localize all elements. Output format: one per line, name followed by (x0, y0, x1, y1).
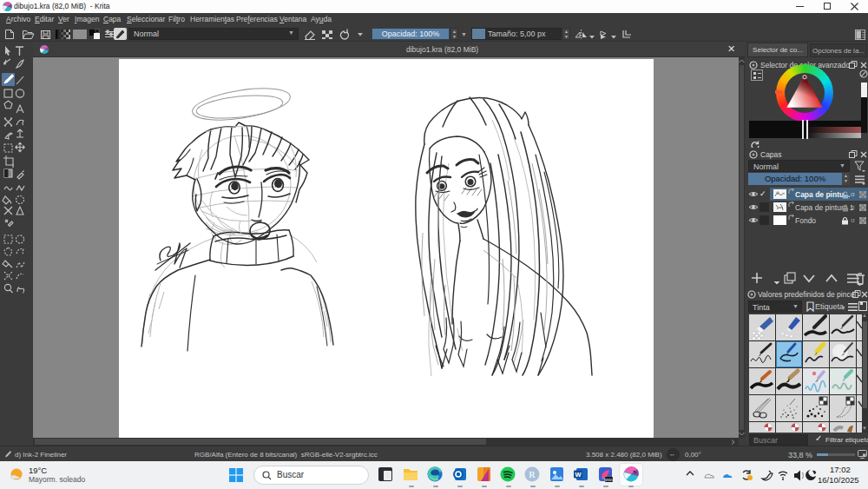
svg-text:W: W (575, 471, 582, 479)
svg-text:R: R (529, 469, 536, 479)
svg-text:M365: M365 (604, 478, 614, 482)
